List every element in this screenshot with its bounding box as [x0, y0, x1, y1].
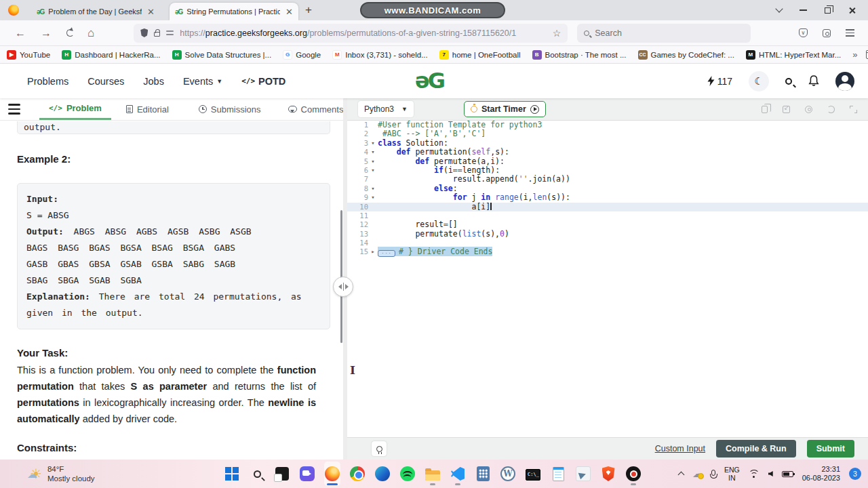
language-indicator[interactable]: ENGIN: [724, 466, 740, 482]
bookmark-onefootball[interactable]: 7home | OneFootball: [439, 50, 521, 60]
taskbar-notepad[interactable]: [550, 462, 566, 486]
nav-courses[interactable]: Courses: [87, 76, 124, 87]
gfg-logo[interactable]: ǝG: [415, 68, 443, 94]
firefox-account-icon[interactable]: [823, 29, 831, 37]
submit-button[interactable]: Submit: [807, 440, 854, 458]
taskbar-bandicam[interactable]: [625, 462, 642, 486]
tab-comments[interactable]: Comments: [279, 98, 353, 120]
taskbar-vscode[interactable]: [450, 462, 466, 486]
volume-icon[interactable]: [768, 471, 773, 476]
taskbar-brave[interactable]: [600, 462, 616, 486]
tray-overflow-chevron[interactable]: [678, 472, 685, 479]
site-permissions-icon[interactable]: [166, 30, 174, 35]
panel-menu-icon[interactable]: [8, 104, 20, 115]
fold-toggle-icon[interactable]: ▾: [368, 157, 378, 166]
code-line-9[interactable]: 9▾ for j in range(i,len(s)):: [347, 193, 868, 202]
language-select[interactable]: Python3▼: [358, 101, 414, 117]
tracking-shield-icon[interactable]: [140, 28, 148, 37]
tab-editorial[interactable]: Editorial: [117, 98, 178, 120]
fold-toggle-icon[interactable]: ▾: [368, 184, 378, 193]
bookmark-star-icon[interactable]: ☆: [553, 28, 561, 39]
minimize-button[interactable]: [800, 9, 807, 11]
collapsed-code-pill[interactable]: ···: [378, 250, 395, 257]
tab-close-icon[interactable]: ✕: [285, 7, 293, 16]
fold-toggle-icon[interactable]: ▾: [368, 139, 378, 148]
code-line-2[interactable]: 2 #ABC --> ['A','B','C']: [347, 129, 868, 138]
fold-toggle-icon[interactable]: ▾: [368, 166, 378, 175]
reload-button[interactable]: [66, 29, 74, 37]
notification-count-badge[interactable]: 3: [849, 468, 861, 480]
tab-close-icon[interactable]: ✕: [147, 7, 155, 16]
streak-counter[interactable]: 117: [707, 76, 732, 87]
taskbar-start-button[interactable]: [224, 462, 240, 486]
taskbar-file-explorer[interactable]: [425, 462, 441, 486]
fullscreen-icon[interactable]: [850, 106, 857, 113]
bookmarks-overflow-chevron[interactable]: »: [852, 49, 857, 60]
nav-problems[interactable]: Problems: [27, 76, 68, 87]
bookmark-codechef[interactable]: CCGames by CodeChef: ...: [638, 50, 734, 60]
code-line-4[interactable]: 4▾ def permutation(self,s):: [347, 148, 868, 157]
taskbar-wordpress[interactable]: W: [500, 462, 516, 486]
tab-problem[interactable]: </>Problem: [39, 98, 111, 120]
custom-input-link[interactable]: Custom Input: [655, 444, 705, 453]
code-line-15[interactable]: 15▸···# } Driver Code Ends: [347, 247, 868, 256]
close-window-button[interactable]: [848, 7, 856, 14]
browser-tab-potd[interactable]: ǝG Problem of the Day | GeeksforG ✕: [31, 3, 160, 20]
taskbar-weather-widget[interactable]: ☀ 84°FMostly cloudy: [30, 464, 95, 483]
reset-code-icon[interactable]: [827, 106, 835, 113]
taskbar-chat-app[interactable]: [299, 462, 315, 486]
bookmark-google[interactable]: GGoogle: [283, 50, 321, 60]
bookmark-gmail-inbox[interactable]: MInbox (3,731) - soheld...: [332, 50, 427, 60]
nav-jobs[interactable]: Jobs: [143, 76, 164, 87]
bookmark-mdn-html[interactable]: MHTML: HyperText Mar...: [746, 50, 841, 60]
code-line-8[interactable]: 8▾ else:: [347, 184, 868, 193]
taskbar-spotify[interactable]: [399, 462, 416, 486]
fold-toggle-icon[interactable]: ▾: [368, 193, 378, 202]
code-line-3[interactable]: 3▾class Solution:: [347, 139, 868, 148]
code-line-7[interactable]: 7 result.append(''.join(a)): [347, 175, 868, 184]
code-line-6[interactable]: 6▾ if(i==length):: [347, 166, 868, 175]
battery-icon[interactable]: [782, 471, 793, 477]
code-editor[interactable]: 1#User function Template for python32 #A…: [347, 121, 868, 437]
browser-tab-string-permutations[interactable]: ǝG String Permutations | Practice | ✕: [170, 3, 298, 20]
taskbar-search-button[interactable]: [249, 462, 265, 486]
compile-run-button[interactable]: Compile & Run: [716, 440, 796, 458]
nav-events[interactable]: Events▼: [183, 76, 222, 87]
save-to-pocket-icon[interactable]: ∨: [799, 28, 808, 37]
gfg-search-icon[interactable]: [785, 78, 792, 85]
code-line-12[interactable]: 12 result=[]: [347, 220, 868, 229]
bookmark-bootstrap[interactable]: BBootstrap · The most ...: [532, 50, 627, 60]
browser-menu-icon[interactable]: [846, 29, 854, 37]
taskbar-edge[interactable]: [374, 462, 391, 486]
url-bar[interactable]: https://practice.geeksforgeeks.org/probl…: [134, 24, 568, 43]
home-button[interactable]: ⌂: [87, 26, 94, 40]
code-line-13[interactable]: 13 permutate(list(s),0): [347, 230, 868, 239]
code-line-14[interactable]: 14: [347, 239, 868, 247]
bookmark-solve-ds[interactable]: HSolve Data Structures |...: [172, 50, 272, 60]
search-bar[interactable]: Search: [577, 24, 751, 43]
import-code-icon[interactable]: [783, 106, 790, 113]
notifications-bell-icon[interactable]: [808, 75, 819, 87]
taskbar-firefox[interactable]: [324, 462, 340, 486]
start-timer-button[interactable]: Start Timer: [464, 101, 546, 117]
https-lock-icon[interactable]: [154, 32, 160, 37]
taskbar-chrome[interactable]: [349, 462, 366, 486]
splitter-handle[interactable]: [333, 277, 353, 297]
microphone-icon[interactable]: [711, 470, 715, 476]
dark-mode-toggle[interactable]: ☾: [749, 71, 769, 92]
wifi-icon[interactable]: [749, 470, 760, 478]
restore-button[interactable]: [825, 7, 831, 14]
copy-code-icon[interactable]: [762, 106, 768, 113]
code-line-10[interactable]: 10 a[i]: [347, 203, 868, 211]
new-tab-button[interactable]: +: [305, 3, 312, 17]
tab-submissions[interactable]: Submissions: [189, 98, 271, 120]
bookmark-youtube[interactable]: ▶YouTube: [7, 50, 50, 60]
forward-button[interactable]: →: [41, 27, 52, 39]
bookmark-hackerrank-dashboard[interactable]: HDashboard | HackerRa...: [62, 50, 160, 60]
hint-bulb-button[interactable]: [372, 441, 387, 456]
user-avatar[interactable]: [835, 72, 854, 91]
back-button[interactable]: ←: [15, 27, 26, 39]
code-line-11[interactable]: 11: [347, 211, 868, 220]
taskbar-terminal[interactable]: C:\_: [525, 462, 541, 486]
code-line-1[interactable]: 1#User function Template for python3: [347, 121, 868, 129]
